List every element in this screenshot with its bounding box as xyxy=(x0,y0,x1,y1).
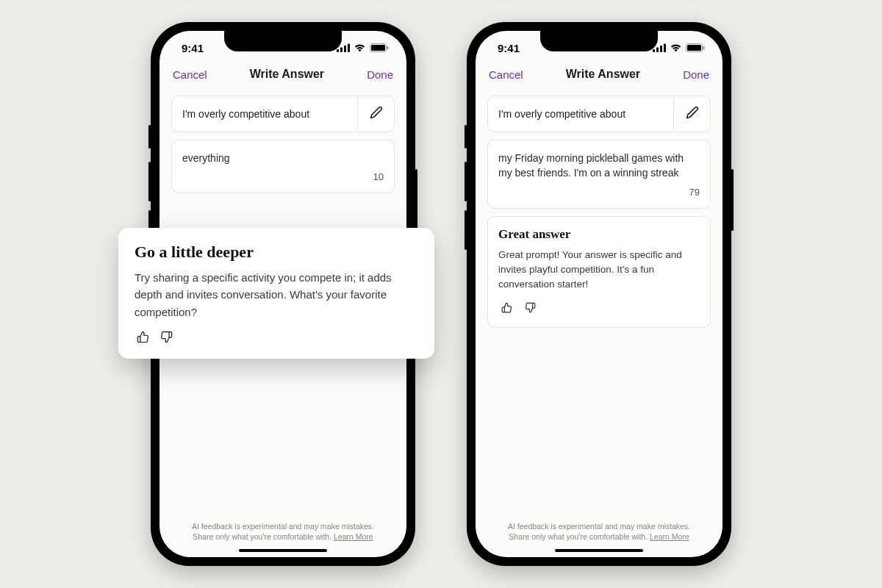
svg-rect-5 xyxy=(371,45,385,51)
phone-side-button xyxy=(415,169,417,231)
svg-rect-13 xyxy=(703,46,705,49)
cancel-button[interactable]: Cancel xyxy=(489,68,523,81)
answer-input-card[interactable]: my Friday morning pickleball games with … xyxy=(487,140,711,209)
feedback-card: Great answer Great prompt! Your answer i… xyxy=(487,216,711,329)
status-indicators xyxy=(653,43,705,52)
done-button[interactable]: Done xyxy=(367,68,393,81)
edit-prompt-button[interactable] xyxy=(357,96,394,132)
svg-rect-0 xyxy=(337,49,339,52)
navigation-bar: Cancel Write Answer Done xyxy=(159,65,406,90)
status-time: 9:41 xyxy=(498,42,520,54)
page-title: Write Answer xyxy=(566,68,640,81)
edit-prompt-button[interactable] xyxy=(673,96,710,132)
cancel-button[interactable]: Cancel xyxy=(173,68,207,81)
feedback-rating xyxy=(498,301,700,317)
page-title: Write Answer xyxy=(250,68,324,81)
feedback-body: Try sharing a specific activity you comp… xyxy=(135,269,418,320)
phone-side-button xyxy=(465,125,467,148)
status-indicators xyxy=(337,43,389,52)
character-count: 10 xyxy=(373,171,384,182)
status-time: 9:41 xyxy=(182,42,204,54)
prompt-text: I'm overly competitive about xyxy=(172,96,357,132)
phone-side-button xyxy=(148,125,151,148)
prompt-card: I'm overly competitive about xyxy=(171,96,395,132)
pencil-icon xyxy=(686,106,699,122)
disclaimer-text: AI feedback is experimental and may make… xyxy=(476,521,723,542)
answer-text: everything xyxy=(182,151,384,165)
thumbs-up-icon xyxy=(137,331,149,346)
wifi-icon xyxy=(354,43,366,52)
wifi-icon xyxy=(670,43,682,52)
feedback-body: Great prompt! Your answer is specific an… xyxy=(498,248,700,293)
svg-rect-6 xyxy=(387,46,389,49)
thumbs-down-icon xyxy=(525,302,536,316)
battery-icon xyxy=(686,43,705,52)
svg-rect-10 xyxy=(664,44,666,53)
thumbs-up-icon xyxy=(501,302,512,316)
phone-mockup-left: 9:41 Cancel Write Answer Done I'm overly… xyxy=(151,22,415,566)
answer-input-card[interactable]: everything 10 xyxy=(171,140,395,193)
feedback-rating xyxy=(135,331,418,347)
phone-side-button xyxy=(465,162,467,201)
learn-more-link[interactable]: Learn More xyxy=(334,532,373,541)
navigation-bar: Cancel Write Answer Done xyxy=(476,65,723,90)
thumbs-down-icon xyxy=(160,331,173,346)
prompt-text: I'm overly competitive about xyxy=(488,96,673,132)
svg-rect-9 xyxy=(660,46,662,52)
svg-rect-12 xyxy=(687,45,701,51)
svg-rect-3 xyxy=(348,44,350,53)
pencil-icon xyxy=(370,106,383,122)
svg-rect-1 xyxy=(340,48,343,53)
feedback-card-floating: Go a little deeper Try sharing a specifi… xyxy=(118,228,434,359)
phone-mockup-right: 9:41 Cancel Write Answer Done I'm overly… xyxy=(467,22,731,566)
disclaimer-text: AI feedback is experimental and may make… xyxy=(159,521,406,542)
done-button[interactable]: Done xyxy=(683,68,709,81)
feedback-title: Go a little deeper xyxy=(135,243,418,262)
svg-rect-7 xyxy=(653,49,655,52)
home-indicator[interactable] xyxy=(239,549,327,552)
svg-rect-2 xyxy=(344,46,346,52)
answer-text: my Friday morning pickleball games with … xyxy=(498,151,700,181)
thumbs-down-button[interactable] xyxy=(158,331,174,347)
learn-more-link[interactable]: Learn More xyxy=(650,532,689,541)
phone-notch xyxy=(540,31,658,51)
phone-side-button xyxy=(465,210,467,250)
thumbs-up-button[interactable] xyxy=(498,301,514,317)
feedback-title: Great answer xyxy=(498,227,700,242)
prompt-card: I'm overly competitive about xyxy=(487,96,711,132)
thumbs-down-button[interactable] xyxy=(522,301,538,317)
phone-notch xyxy=(224,31,342,51)
phone-side-button xyxy=(148,162,151,201)
battery-icon xyxy=(370,43,389,52)
character-count: 79 xyxy=(689,187,700,198)
phone-screen: 9:41 Cancel Write Answer Done I'm overly… xyxy=(476,31,723,557)
content-area: I'm overly competitive about my Friday m… xyxy=(476,90,723,557)
phone-side-button xyxy=(731,169,734,231)
thumbs-up-button[interactable] xyxy=(135,331,151,347)
home-indicator[interactable] xyxy=(555,549,643,552)
svg-rect-8 xyxy=(656,48,659,53)
